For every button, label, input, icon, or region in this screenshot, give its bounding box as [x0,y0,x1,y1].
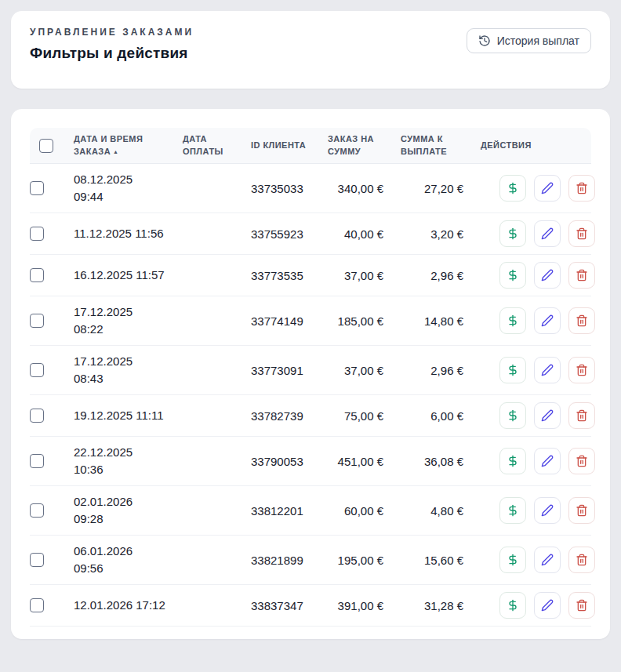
delete-button[interactable] [568,547,595,573]
column-header-payment-date[interactable]: ДАТА ОПЛАТЫ [183,128,251,163]
order-date: 06.01.2026 [74,543,133,560]
row-checkbox[interactable] [30,553,44,567]
trash-icon [576,314,588,327]
order-time: 11:57 [136,268,164,282]
payout-history-label: История выплат [497,35,579,47]
payout-sum-cell: 14,80 € [401,296,481,345]
row-actions [481,164,603,212]
order-date: 22.12.2025 [74,444,133,461]
payment-date-cell [183,255,251,296]
edit-button[interactable] [534,357,561,383]
pencil-icon [541,364,554,376]
dollar-icon [507,182,519,194]
payout-sum-cell: 15,60 € [401,536,481,584]
delete-button[interactable] [568,262,595,289]
column-header-actions: ДЕЙСТВИЯ [481,128,591,163]
row-checkbox[interactable] [30,314,44,328]
header-titles: УПРАВЛЕНИЕ ЗАКАЗАМИ Фильтры и действия [30,27,194,62]
row-checkbox-cell [30,296,74,345]
payout-button[interactable] [499,175,526,202]
column-header-order-sum[interactable]: ЗАКАЗ НА СУММУ [328,128,401,163]
order-datetime-cell: 17.12.2025 08:43 [74,346,183,394]
payout-button[interactable] [499,497,526,524]
dollar-icon [507,227,519,240]
pencil-icon [541,599,554,612]
payout-sum-cell: 6,00 € [401,395,481,436]
client-id-cell: 33821899 [251,536,328,584]
payout-button[interactable] [499,307,526,334]
trash-icon [576,182,588,194]
payout-button[interactable] [499,402,526,429]
edit-button[interactable] [534,262,561,289]
row-actions [481,437,603,485]
edit-button[interactable] [534,402,561,429]
column-header-client-id[interactable]: ID КЛИЕНТА [251,128,328,163]
delete-button[interactable] [568,307,595,334]
order-datetime-cell: 06.01.2026 09:56 [74,536,183,584]
order-sum-cell: 40,00 € [328,213,401,254]
trash-icon [576,504,588,517]
row-checkbox-cell [30,437,74,485]
delete-button[interactable] [568,220,595,247]
pencil-icon [541,554,554,566]
order-sum-cell: 37,00 € [328,346,401,394]
dollar-icon [507,364,519,376]
client-id-cell: 33773535 [251,255,328,296]
row-checkbox[interactable] [30,363,44,377]
row-checkbox[interactable] [30,503,44,518]
edit-button[interactable] [534,448,561,474]
column-label-payout-sum: СУММА К ВЫПЛАТЕ [401,133,468,158]
payout-button[interactable] [499,547,526,573]
table-row: 19.12.2025 11:11 33782739 75,00 € 6,00 € [30,395,591,437]
delete-button[interactable] [568,175,595,202]
order-sum-cell: 75,00 € [328,395,401,436]
row-checkbox[interactable] [30,268,44,282]
order-date: 16.12.2025 [74,268,133,282]
table-row: 12.01.2026 17:12 33837347 391,00 € 31,28… [30,585,591,627]
column-header-payout-sum[interactable]: СУММА К ВЫПЛАТЕ [401,128,481,163]
payout-button[interactable] [499,262,526,289]
row-checkbox[interactable] [30,454,44,468]
trash-icon [576,227,588,240]
order-time: 10:36 [74,461,133,478]
row-checkbox-cell [30,255,74,296]
edit-button[interactable] [534,497,561,524]
row-actions [481,346,603,394]
delete-button[interactable] [568,402,595,429]
edit-button[interactable] [534,592,561,619]
row-checkbox[interactable] [30,181,44,195]
payout-button[interactable] [499,592,526,619]
delete-button[interactable] [568,592,595,619]
table-row: 16.12.2025 11:57 33773535 37,00 € 2,96 € [30,255,591,296]
order-datetime-cell: 08.12.2025 09:44 [74,164,183,212]
payout-history-button[interactable]: История выплат [467,28,591,53]
edit-button[interactable] [534,547,561,573]
client-id-cell: 33837347 [251,585,328,626]
row-checkbox[interactable] [30,227,44,241]
column-label-order-sum: ЗАКАЗ НА СУММУ [328,133,388,158]
order-time: 09:28 [74,510,133,528]
orders-table: ДАТА И ВРЕМЯ ЗАКАЗА▲ ДАТА ОПЛАТЫ ID КЛИЕ… [30,128,591,627]
select-all-checkbox[interactable] [39,139,53,153]
table-row: 02.01.2026 09:28 33812201 60,00 € 4,80 € [30,486,591,536]
edit-button[interactable] [534,175,561,202]
row-actions [481,255,603,296]
order-datetime-cell: 22.12.2025 10:36 [74,437,183,485]
client-id-cell: 33755923 [251,213,328,254]
delete-button[interactable] [568,448,595,474]
payout-button[interactable] [499,448,526,474]
delete-button[interactable] [568,357,595,383]
dollar-icon [507,269,519,282]
delete-button[interactable] [568,497,595,524]
order-time: 11:11 [136,409,163,422]
pencil-icon [541,227,554,240]
row-checkbox[interactable] [30,598,44,612]
column-header-order-datetime[interactable]: ДАТА И ВРЕМЯ ЗАКАЗА▲ [74,128,183,163]
edit-button[interactable] [534,307,561,334]
row-checkbox[interactable] [30,409,44,423]
order-date: 17.12.2025 [74,353,133,370]
payout-button[interactable] [499,357,526,383]
edit-button[interactable] [534,220,561,247]
client-id-cell: 33790053 [251,437,328,485]
payout-button[interactable] [499,220,526,247]
